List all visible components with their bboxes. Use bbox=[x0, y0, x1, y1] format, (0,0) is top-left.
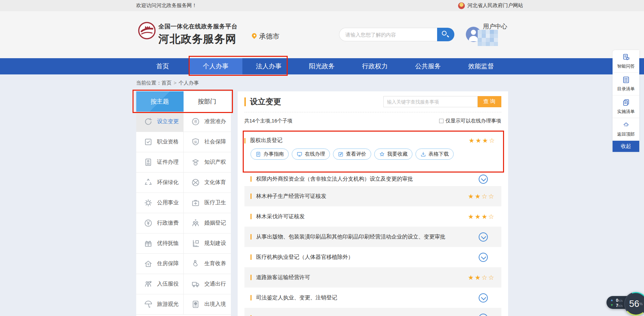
service-item[interactable]: 林木种子生产经营许可证核发★★☆☆ bbox=[244, 186, 501, 206]
location-pin-icon bbox=[251, 32, 258, 39]
item-accent-bar bbox=[251, 234, 252, 240]
category-item[interactable]: 出境入境 bbox=[184, 294, 231, 315]
download-arrow-icon: ▼ bbox=[610, 303, 614, 307]
action-我要收藏[interactable]: 我要收藏 bbox=[374, 149, 412, 160]
stats-text: 共14个主项,16个子项 bbox=[244, 118, 293, 124]
enlist-icon bbox=[143, 279, 153, 289]
page-title: 设立变更 bbox=[250, 96, 281, 107]
sidebar-tab-2[interactable]: 按部门 bbox=[184, 91, 231, 112]
float-item-实施清单[interactable]: 实施清单 bbox=[613, 95, 639, 118]
platform-line: 全国一体化在线政务服务平台 bbox=[159, 22, 238, 30]
category-item[interactable]: 医疗卫生 bbox=[184, 193, 231, 213]
breadcrumb-separator: > bbox=[174, 80, 177, 86]
expand-chevron-icon[interactable] bbox=[479, 175, 488, 184]
monitor-icon bbox=[296, 151, 303, 157]
category-item[interactable]: 生育收养 bbox=[184, 254, 231, 274]
nav-item-3[interactable]: 法人办事 bbox=[242, 58, 295, 74]
city-selector[interactable]: 承德市 bbox=[252, 32, 280, 41]
service-search: 查 询 bbox=[383, 96, 501, 107]
service-item[interactable]: 医疗机构执业登记（人体器官移植除外） bbox=[244, 247, 501, 267]
svg-text:?: ? bbox=[195, 162, 196, 165]
svg-text:TOP: TOP bbox=[624, 125, 628, 127]
nav-item-5[interactable]: 行政权力 bbox=[349, 58, 402, 74]
site-logo-emblem-icon bbox=[138, 22, 156, 40]
item-accent-bar bbox=[251, 254, 252, 260]
nav-item-1[interactable]: 首页 bbox=[136, 58, 189, 74]
user-center-label[interactable]: 用户中心 bbox=[483, 22, 507, 30]
shield-icon: 保 bbox=[191, 137, 201, 147]
nav-item-4[interactable]: 阳光政务 bbox=[295, 58, 349, 74]
collapse-button[interactable]: 收起 bbox=[613, 141, 639, 152]
service-search-button[interactable]: 查 询 bbox=[478, 96, 501, 107]
category-item[interactable]: ♥婚姻登记 bbox=[184, 213, 231, 233]
sidebar-tab-1[interactable]: 按主题 bbox=[136, 91, 184, 112]
service-item[interactable]: 司法鉴定人执业、变更、注销登记 bbox=[244, 288, 501, 308]
header-search-button[interactable] bbox=[437, 28, 454, 41]
service-item[interactable]: 林木采伐许可证核发★★★☆ bbox=[244, 206, 501, 227]
expand-chevron-icon[interactable] bbox=[479, 253, 488, 262]
search-icon bbox=[442, 31, 447, 36]
float-item-目录清单[interactable]: 目录清单 bbox=[613, 73, 639, 95]
featured-item-title[interactable]: 股权出质登记 bbox=[250, 137, 283, 144]
city-name: 承德市 bbox=[259, 32, 280, 41]
nav-item-7[interactable]: 效能监督 bbox=[455, 58, 508, 74]
breadcrumb-current: 个人办事 bbox=[178, 80, 199, 86]
site-logo-text: 全国一体化在线政务服务平台 河北政务服务网 bbox=[159, 22, 238, 47]
service-item[interactable]: 道路旅客运输经营许可★★☆☆ bbox=[244, 267, 501, 288]
catalog-icon bbox=[622, 76, 630, 84]
float-item-智能问答[interactable]: 智能问答 bbox=[613, 50, 639, 73]
category-item[interactable]: 优待抚恤 bbox=[136, 233, 184, 254]
sidebar: 按主题按部门 设立变更准准营准办职业资格保社会保障证件办理?知识产权环保绿化文化… bbox=[136, 91, 231, 316]
service-item[interactable] bbox=[244, 308, 501, 316]
checkbox-icon bbox=[143, 137, 153, 147]
house-icon: ¥ bbox=[143, 259, 153, 269]
category-item[interactable]: 保社会保障 bbox=[184, 132, 231, 152]
nav-item-6[interactable]: 公共服务 bbox=[402, 58, 455, 74]
action-在线办理[interactable]: 在线办理 bbox=[292, 149, 330, 160]
service-item[interactable]: 权限内外商投资企业（含非独立法人分支机构）设立及变更的审批 bbox=[244, 172, 501, 186]
category-item[interactable]: 准准营准办 bbox=[184, 112, 231, 132]
category-item[interactable]: 旅游观光 bbox=[136, 294, 184, 315]
svg-text:¥: ¥ bbox=[147, 263, 149, 266]
online-filter[interactable]: 仅显示可以在线办理事项 bbox=[439, 118, 501, 124]
category-item[interactable]: 规划建设 bbox=[184, 233, 231, 254]
online-filter-checkbox[interactable] bbox=[439, 119, 444, 123]
featured-item[interactable]: 股权出质登记 ★★★☆ 办事指南在线办理查看评价我要收藏表格下载 bbox=[244, 130, 501, 172]
item-accent-bar bbox=[251, 214, 252, 219]
float-item-返回顶部[interactable]: TOP返回顶部 bbox=[613, 118, 639, 141]
gov-portal-link[interactable]: ★ 河北省人民政府门户网站 bbox=[458, 2, 523, 9]
action-办事指南[interactable]: 办事指南 bbox=[251, 149, 289, 160]
service-search-input[interactable] bbox=[383, 96, 478, 107]
category-item[interactable]: 设立变更 bbox=[136, 112, 184, 132]
svg-text:准: 准 bbox=[194, 119, 197, 123]
header-search-input[interactable] bbox=[339, 28, 437, 41]
service-item[interactable]: 从事出版物、包装装潢印刷品和其他印刷品印刷经营活动企业的设立、变更审批 bbox=[244, 227, 501, 247]
nav-item-2[interactable]: 个人办事 bbox=[189, 58, 242, 74]
breadcrumb-home[interactable]: 首页 bbox=[162, 80, 172, 86]
item-accent-bar bbox=[251, 194, 252, 199]
category-item[interactable]: 环保绿化 bbox=[136, 173, 184, 193]
category-item[interactable]: 行政缴费 bbox=[136, 213, 184, 233]
baby-icon bbox=[191, 259, 201, 269]
topbar: 欢迎访问河北政务服务网！ ★ 河北省人民政府门户网站 bbox=[0, 0, 644, 11]
category-item[interactable]: 交通出行 bbox=[184, 274, 231, 294]
category-item[interactable]: 入伍服役 bbox=[136, 274, 184, 294]
item-accent-bar bbox=[251, 176, 252, 182]
gov-portal-label: 河北省人民政府门户网站 bbox=[468, 2, 523, 9]
category-item[interactable]: 文化体育 bbox=[184, 173, 231, 193]
gift-icon bbox=[143, 239, 153, 249]
item-rating: ★★☆☆ bbox=[468, 274, 495, 281]
download-speed: 7 bbox=[616, 303, 618, 308]
category-item[interactable]: ¥住房保障 bbox=[136, 254, 184, 274]
action-查看评价[interactable]: 查看评价 bbox=[333, 149, 371, 160]
passport-icon bbox=[191, 299, 201, 310]
action-表格下载[interactable]: 表格下载 bbox=[415, 149, 454, 160]
id-card-icon bbox=[143, 157, 153, 167]
category-item[interactable]: 职业资格 bbox=[136, 132, 184, 152]
expand-chevron-icon[interactable] bbox=[479, 232, 488, 242]
category-item[interactable]: ?知识产权 bbox=[184, 152, 231, 173]
category-item[interactable]: 证件办理 bbox=[136, 152, 184, 173]
expand-chevron-icon[interactable] bbox=[479, 293, 488, 302]
category-item[interactable]: 公用事业 bbox=[136, 193, 184, 213]
expand-chevron-icon[interactable] bbox=[479, 314, 488, 316]
